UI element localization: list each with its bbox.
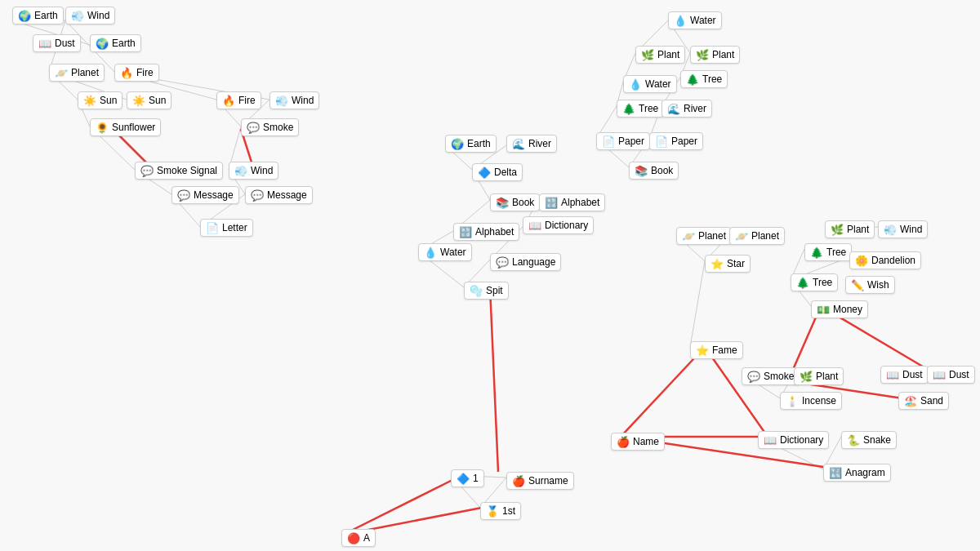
node-spit1[interactable]: 🫧Spit: [464, 282, 509, 300]
node-book2[interactable]: 📚Book: [629, 162, 679, 180]
node-label-planet3: Planet: [751, 230, 779, 242]
node-icon-earth3: 🌍: [451, 137, 464, 150]
node-smokesignal1[interactable]: 💬Smoke Signal: [135, 162, 223, 180]
node-alphabet2[interactable]: 🔡Alphabet: [453, 223, 519, 241]
node-money1[interactable]: 💵Money: [811, 300, 868, 318]
node-icon-plant2: 🌿: [696, 48, 709, 61]
node-label-smokesignal1: Smoke Signal: [157, 165, 217, 176]
node-star1[interactable]: ⭐Star: [705, 255, 751, 273]
node-snake1[interactable]: 🐍Snake: [841, 431, 897, 449]
node-plant3[interactable]: 🌿Plant: [825, 220, 875, 238]
node-dandelion1[interactable]: 🌼Dandelion: [849, 251, 921, 269]
node-label-fire2: Fire: [238, 95, 256, 106]
node-icon-fire1: 🔥: [120, 66, 133, 79]
node-plant2[interactable]: 🌿Plant: [690, 46, 740, 64]
node-label-tree1: Tree: [702, 73, 722, 85]
graph-canvas: 🌍Earth💨Wind📖Dust🌍Earth🪐Planet🔥Fire☀️Sun☀…: [0, 0, 980, 551]
node-dust2[interactable]: 📖Dust: [880, 366, 929, 384]
node-planet2[interactable]: 🪐Planet: [676, 227, 732, 245]
node-icon-a1: 🔴: [347, 531, 360, 544]
node-tree3[interactable]: 🌲Tree: [804, 243, 852, 261]
node-icon-message2: 💬: [251, 189, 264, 202]
node-dictionary1[interactable]: 📖Dictionary: [523, 216, 594, 234]
node-icon-name1: 🍎: [617, 435, 630, 448]
node-label-sand1: Sand: [920, 395, 943, 407]
node-label-earth2: Earth: [112, 38, 136, 49]
node-icon-dust1: 📖: [38, 37, 51, 50]
node-icon-plant1: 🌿: [641, 48, 654, 61]
node-earth3[interactable]: 🌍Earth: [445, 135, 497, 153]
node-icon-wind3: 💨: [234, 164, 247, 177]
node-sun1[interactable]: ☀️Sun: [78, 91, 122, 109]
node-language1[interactable]: 💬Language: [490, 253, 561, 271]
node-icon-money1: 💵: [817, 303, 830, 316]
node-label-language1: Language: [512, 256, 555, 268]
node-smoke2[interactable]: 💬Smoke: [742, 367, 800, 385]
node-sunflower1[interactable]: 🌻Sunflower: [90, 118, 161, 136]
node-river2[interactable]: 🌊River: [662, 100, 712, 118]
node-label-sun2: Sun: [149, 95, 166, 106]
node-fire1[interactable]: 🔥Fire: [114, 64, 159, 82]
node-message2[interactable]: 💬Message: [245, 186, 313, 204]
node-smoke1[interactable]: 💬Smoke: [241, 118, 299, 136]
node-plant4[interactable]: 🌿Plant: [794, 367, 844, 385]
node-icon-river1: 🌊: [512, 137, 525, 150]
node-a1[interactable]: 🔴A: [341, 529, 376, 547]
node-surname1[interactable]: 🍎Surname: [506, 472, 574, 490]
node-dust3[interactable]: 📖Dust: [927, 366, 975, 384]
node-icon-dictionary2: 📖: [764, 433, 777, 447]
node-icon-first1: 🥇: [486, 504, 499, 518]
node-one1[interactable]: 🔷1: [451, 469, 484, 487]
node-fame1[interactable]: ⭐Fame: [690, 341, 743, 359]
node-book1[interactable]: 📚Book: [490, 193, 540, 211]
node-tree1[interactable]: 🌲Tree: [680, 70, 728, 88]
node-water2[interactable]: 💧Water: [623, 75, 677, 93]
node-label-water1: Water: [440, 247, 466, 258]
node-icon-tree2: 🌲: [622, 102, 635, 115]
node-alphabet1[interactable]: 🔡Alphabet: [539, 193, 605, 211]
node-icon-water2: 💧: [629, 78, 642, 91]
node-label-wind4: Wind: [900, 224, 922, 235]
node-fire2[interactable]: 🔥Fire: [216, 91, 261, 109]
node-label-alphabet1: Alphabet: [561, 197, 599, 208]
node-message1[interactable]: 💬Message: [172, 186, 239, 204]
node-earth2[interactable]: 🌍Earth: [90, 34, 141, 52]
node-icon-wish1: ✏️: [851, 278, 864, 291]
node-label-book2: Book: [651, 165, 673, 176]
node-wind4[interactable]: 💨Wind: [878, 220, 928, 238]
node-incense1[interactable]: 🕯️Incense: [780, 392, 842, 410]
node-tree4[interactable]: 🌲Tree: [791, 273, 838, 291]
node-sand1[interactable]: 🏖️Sand: [898, 392, 949, 410]
node-label-water2: Water: [645, 78, 671, 90]
node-tree2[interactable]: 🌲Tree: [617, 100, 664, 118]
node-icon-earth1: 🌍: [18, 9, 31, 22]
node-planet3[interactable]: 🪐Planet: [729, 227, 785, 245]
node-wind2[interactable]: 💨Wind: [270, 91, 319, 109]
node-icon-incense1: 🕯️: [786, 394, 799, 407]
node-icon-alphabet2: 🔡: [459, 225, 472, 238]
node-dust1[interactable]: 📖Dust: [33, 34, 81, 52]
node-wish1[interactable]: ✏️Wish: [845, 276, 895, 294]
node-letter1[interactable]: 📄Letter: [200, 219, 253, 237]
node-name1[interactable]: 🍎Name: [611, 433, 665, 451]
node-wind3[interactable]: 💨Wind: [229, 162, 278, 180]
node-wind1[interactable]: 💨Wind: [65, 7, 115, 24]
node-icon-letter1: 📄: [206, 221, 219, 234]
node-sun2[interactable]: ☀️Sun: [127, 91, 172, 109]
node-paper1[interactable]: 📄Paper: [596, 132, 650, 150]
node-label-dictionary1: Dictionary: [545, 220, 588, 231]
node-delta1[interactable]: 🔷Delta: [472, 163, 523, 181]
node-water_top[interactable]: 💧Water: [668, 11, 722, 29]
node-earth1[interactable]: 🌍Earth: [12, 7, 64, 24]
node-water1[interactable]: 💧Water: [418, 243, 472, 261]
node-label-dictionary2: Dictionary: [780, 434, 823, 446]
node-planet1[interactable]: 🪐Planet: [49, 64, 105, 82]
node-plant1[interactable]: 🌿Plant: [635, 46, 685, 64]
node-anagram1[interactable]: 🔣Anagram: [823, 464, 891, 482]
node-first1[interactable]: 🥇1st: [480, 502, 521, 520]
node-river1[interactable]: 🌊River: [506, 135, 557, 153]
node-dictionary2[interactable]: 📖Dictionary: [758, 431, 829, 449]
node-paper2[interactable]: 📄Paper: [649, 132, 703, 150]
node-icon-wind1: 💨: [71, 9, 84, 22]
node-label-smoke1: Smoke: [263, 122, 293, 133]
